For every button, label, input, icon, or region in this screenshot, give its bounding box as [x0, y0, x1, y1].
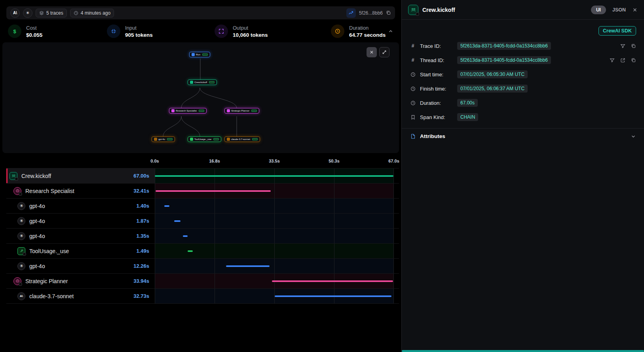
span-bar[interactable] — [156, 190, 271, 192]
timeline-row-strategic-planner[interactable]: Strategic Planner 33.94s — [6, 274, 399, 289]
cost-label: Cost — [26, 25, 42, 31]
graph-node-research-specialist[interactable]: Research Specialist — [169, 108, 207, 114]
span-bar[interactable] — [164, 205, 169, 207]
graph-node-strategic-planner[interactable]: Strategic Planner — [224, 108, 259, 114]
copy-icon[interactable] — [386, 10, 391, 15]
agent-icon — [171, 109, 175, 112]
span-label: Crew.kickoff — [21, 173, 51, 179]
detail-label: Duration: — [420, 100, 453, 106]
axis-tick: 67.0s — [388, 159, 399, 163]
axis-tick: 33.5s — [269, 159, 280, 163]
graph-node-claude[interactable]: claude-3.7-sonnet — [224, 136, 260, 142]
sub-badge — [19, 282, 22, 286]
crew-icon — [190, 81, 193, 84]
openai-icon: ✳ — [17, 232, 25, 240]
filter-icon[interactable] — [610, 58, 615, 63]
filter-icon[interactable] — [620, 44, 625, 49]
graph-node-toolusage[interactable]: ToolUsage._use — [188, 136, 221, 142]
graph-node-gpt-4o[interactable]: gpt-4o — [152, 136, 175, 142]
span-label: gpt-4o — [29, 233, 45, 239]
timeline-track[interactable] — [155, 168, 394, 183]
timeline-row-gpt-4o[interactable]: ✳ gpt-4o 1.87s — [6, 214, 399, 229]
stat-cost: $ Cost $0.055 — [8, 25, 107, 38]
timeline-row-gpt-4o[interactable]: ✳ gpt-4o 1.35s — [6, 229, 399, 244]
span-label: Research Specialist — [25, 188, 74, 194]
run-icon — [192, 53, 195, 56]
span-waterfall: Crew.kickoff 67.00s Research Specialist … — [6, 168, 399, 304]
span-duration: 1.40s — [136, 203, 155, 209]
timeline-row-claude[interactable]: A\ claude-3.7-sonnet 32.73s — [6, 289, 399, 304]
span-bar[interactable] — [155, 175, 393, 177]
node-duration-pill — [209, 81, 215, 83]
span-bar[interactable] — [183, 235, 188, 237]
thread-id-value[interactable]: 5f2613da-8371-9405-fcdd-0a1534cc8bb6 — [457, 56, 551, 64]
timeline-track[interactable] — [155, 289, 394, 303]
tab-json[interactable]: JSON — [612, 7, 626, 13]
hash-icon: # — [410, 57, 416, 63]
span-bar[interactable] — [188, 250, 193, 252]
graph-node-label: Run — [196, 53, 200, 56]
span-label: gpt-4o — [29, 203, 45, 209]
timeline-track[interactable] — [155, 244, 394, 258]
tab-ui[interactable]: UI — [591, 6, 606, 14]
graph-node-label: claude-3.7-sonnet — [231, 138, 250, 140]
timeline-track[interactable] — [155, 199, 394, 213]
axis-tick: 0.0s — [150, 159, 159, 163]
copy-icon[interactable] — [631, 58, 636, 63]
anthropic-icon: A\ — [17, 292, 25, 300]
agent-icon — [227, 109, 230, 112]
span-bar[interactable] — [226, 265, 270, 267]
span-duration: 33.94s — [133, 278, 155, 284]
chevron-up-icon[interactable] — [388, 28, 393, 34]
span-bar[interactable] — [174, 220, 181, 222]
timeline-row-gpt-4o[interactable]: ✳ gpt-4o 1.40s — [6, 199, 399, 214]
detail-row-start-time: Start time: 07/01/2025, 06:05:30 AM UTC — [410, 67, 636, 81]
traces-count-badge[interactable]: 5 traces — [36, 9, 67, 17]
timeline-track[interactable] — [155, 274, 394, 288]
detail-label: Thread ID: — [420, 57, 453, 63]
external-link-icon[interactable] — [620, 58, 625, 63]
graph-node-label: Crew.kickoff — [194, 81, 207, 83]
node-duration-pill — [252, 138, 258, 140]
openai-icon: ✳ — [17, 202, 25, 210]
graph-node-run[interactable]: Run — [189, 52, 210, 57]
timeline-track[interactable] — [155, 184, 394, 198]
timeline-track[interactable] — [155, 259, 394, 273]
graph-node-label: Research Specialist — [176, 110, 197, 112]
expand-graph-icon[interactable] — [379, 47, 389, 57]
close-icon[interactable] — [632, 7, 638, 13]
timeline-track[interactable] — [155, 229, 394, 243]
span-label: gpt-4o — [29, 263, 45, 269]
detail-row-duration: Duration: 67.00s — [410, 96, 636, 110]
panel-header: Crew.kickoff UI JSON — [402, 0, 644, 20]
close-graph-icon[interactable] — [367, 47, 377, 57]
clock-icon — [331, 25, 344, 38]
graph-node-label: ToolUsage._use — [194, 138, 211, 140]
attributes-section-toggle[interactable]: Attributes — [402, 128, 644, 144]
metrics-trend-icon[interactable] — [346, 8, 356, 18]
graph-node-crew-kickoff[interactable]: Crew.kickoff — [188, 79, 217, 85]
copy-icon[interactable] — [631, 44, 636, 49]
attributes-label: Attributes — [420, 133, 445, 139]
finish-time-value: 07/01/2025, 06:06:37 AM UTC — [457, 85, 528, 93]
crew-icon — [9, 172, 17, 180]
trace-id-value[interactable]: 5f2613da-8371-9405-fcdd-0a1534cc8bb6 — [457, 42, 551, 50]
horizontal-scrollbar[interactable] — [402, 350, 644, 352]
timeline-track[interactable] — [155, 214, 394, 228]
sdk-badge[interactable]: CrewAI SDK — [598, 26, 636, 36]
sub-badge — [416, 12, 419, 16]
timeline-row-gpt-4o[interactable]: ✳ gpt-4o 12.26s — [6, 259, 399, 274]
span-bar[interactable] — [272, 280, 393, 282]
timeline-row-crew-kickoff[interactable]: Crew.kickoff 67.00s — [6, 168, 399, 184]
tool-icon — [190, 138, 193, 141]
input-value: 905 tokens — [125, 32, 153, 38]
node-duration-pill — [251, 110, 257, 112]
timeline-row-toolusage[interactable]: ToolUsage._use 1.49s — [6, 244, 399, 259]
trace-graph-canvas[interactable]: Run Crew.kickoff Research Specialist Str… — [2, 42, 399, 153]
detail-row-finish-time: Finish time: 07/01/2025, 06:06:37 AM UTC — [410, 81, 636, 96]
agent-icon — [13, 277, 21, 285]
arrows-in-icon — [107, 25, 120, 38]
stat-duration: Duration 64.77 seconds — [331, 25, 386, 38]
span-bar[interactable] — [275, 295, 391, 297]
timeline-row-research-specialist[interactable]: Research Specialist 32.41s — [6, 184, 399, 199]
